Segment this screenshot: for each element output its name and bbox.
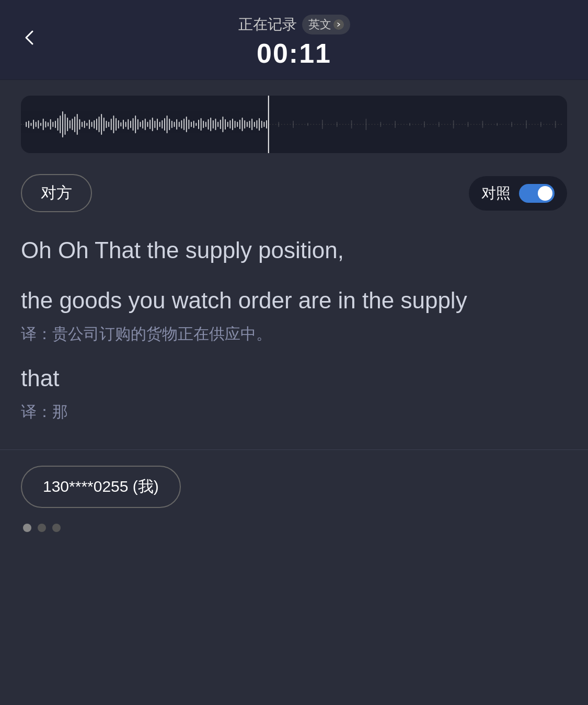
svg-rect-42 [123,120,124,129]
svg-rect-70 [191,122,192,127]
svg-rect-113 [409,123,410,126]
svg-rect-96 [254,122,255,127]
svg-rect-26 [84,121,85,128]
svg-rect-114 [424,121,425,128]
svg-rect-7 [38,120,39,129]
svg-rect-16 [60,115,61,133]
recording-status: 正在记录 英文 [238,15,350,34]
svg-rect-54 [152,118,153,131]
header-center: 正在记录 英文 00:11 [238,15,350,69]
svg-rect-95 [251,119,252,130]
svg-rect-29 [91,122,93,127]
svg-rect-4 [31,123,32,126]
svg-rect-27 [86,123,87,126]
svg-rect-14 [55,121,56,128]
svg-rect-36 [108,122,109,127]
svg-rect-64 [176,119,177,130]
svg-rect-60 [167,115,168,133]
contrast-label: 对照 [481,183,511,203]
svg-rect-6 [36,122,37,127]
svg-rect-37 [111,119,112,130]
back-button[interactable] [21,29,38,50]
svg-rect-57 [159,122,160,127]
dots-indicator [21,524,567,532]
svg-rect-78 [210,118,211,131]
contrast-control: 对照 [469,176,567,211]
svg-rect-109 [351,120,352,129]
svg-rect-19 [67,118,68,131]
svg-rect-93 [247,122,248,127]
svg-rect-115 [439,122,440,127]
svg-rect-94 [249,121,250,128]
svg-rect-22 [74,117,75,132]
svg-rect-111 [380,122,381,127]
svg-rect-33 [101,114,102,135]
svg-rect-56 [157,119,158,130]
svg-rect-11 [48,122,49,126]
svg-rect-108 [337,122,338,127]
svg-rect-110 [366,119,367,130]
svg-rect-97 [257,120,258,129]
controls-row: 对方 对照 [0,169,588,223]
svg-rect-48 [137,119,139,130]
svg-rect-91 [242,118,243,131]
transcript-line1: Oh Oh That the supply position, [21,233,567,268]
caller-button[interactable]: 130****0255 (我) [21,466,181,508]
recording-label: 正在记录 [238,15,297,34]
svg-rect-61 [169,119,170,130]
svg-rect-2 [26,122,27,127]
svg-rect-12 [50,119,51,130]
speaker-button[interactable]: 对方 [21,174,92,212]
svg-rect-92 [244,120,245,129]
svg-rect-39 [116,118,117,131]
svg-rect-123 [555,121,556,128]
svg-rect-90 [239,120,240,129]
svg-rect-41 [120,122,121,126]
svg-rect-9 [43,119,44,130]
transcript-translation-1: 译：贵公司订购的货物正在供应中。 [21,322,567,345]
svg-rect-59 [164,118,165,131]
svg-rect-121 [526,120,527,129]
lang-text: 英文 [308,17,331,32]
svg-rect-8 [40,123,41,126]
svg-rect-120 [511,122,512,127]
svg-rect-98 [259,118,260,131]
svg-rect-106 [307,123,308,126]
svg-rect-17 [62,111,63,137]
lang-badge[interactable]: 英文 [302,15,350,34]
svg-rect-67 [183,119,185,130]
svg-rect-58 [162,120,163,129]
svg-rect-13 [52,122,53,127]
transcript-english-1: the goods you watch order are in the sup… [21,283,567,318]
svg-rect-119 [497,123,498,126]
transcript-translation-2: 译：那 [21,400,567,423]
svg-rect-25 [82,122,83,127]
svg-rect-32 [99,117,100,132]
waveform-visual [21,96,567,153]
svg-rect-118 [482,121,483,128]
svg-rect-38 [113,115,114,133]
svg-point-0 [335,21,342,28]
transcript-block-2: that 译：那 [21,361,567,423]
svg-rect-72 [195,123,197,126]
dot-1 [23,524,31,532]
svg-rect-76 [205,122,206,127]
dot-2 [38,524,46,532]
svg-rect-63 [174,122,175,127]
svg-rect-34 [103,118,105,131]
svg-rect-49 [140,122,141,127]
svg-rect-85 [227,122,228,127]
svg-rect-105 [293,121,294,128]
svg-rect-71 [193,121,194,128]
contrast-toggle[interactable] [519,184,555,203]
svg-rect-74 [201,118,202,131]
svg-rect-52 [147,122,148,127]
svg-rect-89 [237,122,238,127]
svg-rect-104 [278,122,279,127]
svg-rect-31 [96,119,97,130]
svg-rect-28 [89,120,90,129]
transcript-block-intro: Oh Oh That the supply position, [21,233,567,268]
svg-rect-45 [130,121,131,128]
svg-rect-112 [395,121,396,128]
header: 正在记录 英文 00:11 [0,0,588,80]
